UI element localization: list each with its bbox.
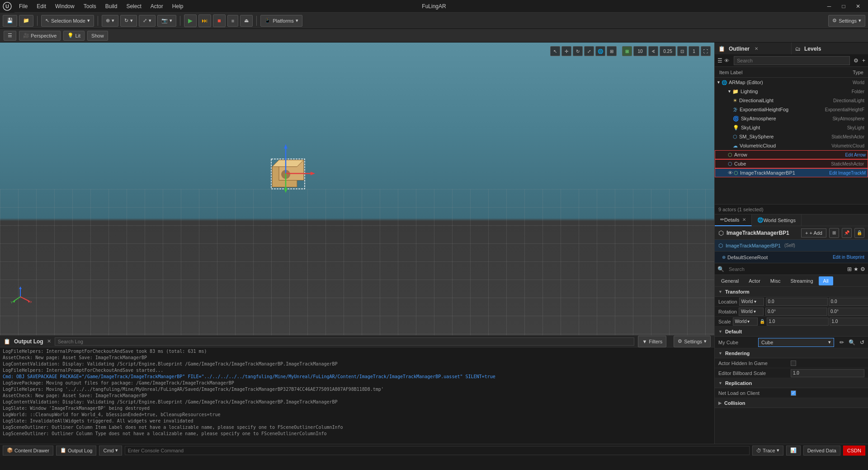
play-options-btn[interactable]: ≡ (227, 15, 238, 27)
scale-space-dropdown[interactable]: World ▾ (733, 318, 758, 326)
default-section[interactable]: ▼ Default (715, 327, 868, 337)
outliner-skylight[interactable]: 💡 SkyLight SkyLight (715, 123, 868, 132)
eject-btn[interactable]: ⏏ (240, 15, 253, 27)
outliner-directional-light[interactable]: ☀ DirectionalLight DirectionalLight (715, 96, 868, 105)
maximize-vp-btn[interactable]: ⛶ (701, 46, 711, 56)
details-options-btn[interactable]: ⊞ (829, 228, 839, 238)
details-tab-close[interactable]: ✕ (742, 217, 746, 222)
trace-btn[interactable]: ⏱ Trace ▾ (752, 446, 783, 456)
world-settings-tab[interactable]: 🌐 World Settings (752, 214, 802, 226)
details-tab[interactable]: ✏ Details ✕ (715, 214, 752, 226)
camera-btn[interactable]: 📷 ▾ (157, 15, 176, 27)
derived-data-btn[interactable]: Derived Data (803, 446, 840, 456)
menu-actor[interactable]: Actor (146, 0, 168, 13)
minimize-button[interactable]: ─ (823, 0, 835, 13)
project-save-btn[interactable]: 💾 (3, 15, 17, 27)
rotate-btn[interactable]: ↻ (573, 46, 583, 56)
rotation-snap-btn[interactable]: ∢ (648, 46, 658, 56)
log-settings-btn[interactable]: ⚙ Settings ▾ (674, 336, 711, 347)
my-cube-clear-icon[interactable]: ↺ (860, 339, 864, 346)
move-btn[interactable]: ✛ (561, 46, 571, 56)
play-button[interactable]: ▶ (184, 14, 197, 27)
stats-btn[interactable]: 📊 (786, 446, 801, 456)
scale-snap-btn[interactable]: ⊡ (677, 46, 687, 56)
menu-file[interactable]: File (14, 0, 32, 13)
platforms-btn[interactable]: 📱 Platforms ▾ (260, 15, 302, 27)
menu-window[interactable]: Window (51, 0, 79, 13)
viewport[interactable]: ↖ ✛ ↻ ⤢ 🌐 ⊞ ⊞ 10 ∢ 0.25 ⊡ 1 ⛶ (0, 43, 714, 335)
transform-rotate-btn[interactable]: ↻ ▾ (120, 15, 137, 27)
content-browser-btn[interactable]: 📁 (19, 15, 33, 27)
scale-val-btn[interactable]: 1 (689, 46, 699, 56)
scale-lock-icon[interactable]: 🔒 (760, 319, 765, 324)
arrow-edit[interactable]: Edit Arrow (845, 152, 866, 157)
outliner-world-item[interactable]: ▼ 🌐 ARMap (Editor) World (715, 78, 868, 87)
outliner-search-input[interactable] (734, 56, 850, 65)
outliner-imagetrack[interactable]: 👁 ⬡ ImageTrackManagerBP1 Edit ImageTrack… (715, 168, 868, 177)
cmd-dropdown-btn[interactable]: Cmd ▾ (99, 446, 122, 456)
outliner-fog[interactable]: 🌫 ExponentialHeightFog ExponentialHeight… (715, 105, 868, 114)
filter-all[interactable]: All (819, 276, 833, 285)
add-component-btn[interactable]: + + Add (801, 228, 826, 237)
ue-logo[interactable]: U (0, 0, 14, 13)
content-drawer-btn[interactable]: 📦 Content Drawer (3, 446, 53, 456)
rendering-section[interactable]: ▼ Rendering (715, 348, 868, 358)
details-pin-btn[interactable]: 📌 (842, 228, 852, 238)
replication-section[interactable]: ▼ Replication (715, 378, 868, 388)
outliner-volumetric[interactable]: ☁ VolumetricCloud VolumetricCloud (715, 141, 868, 150)
log-search-input[interactable] (55, 337, 635, 346)
outliner-settings-icon[interactable]: ⚙ (854, 57, 859, 64)
settings-btn[interactable]: ⚙ Settings ▾ (828, 15, 865, 27)
location-space-dropdown[interactable]: World ▾ (739, 298, 764, 306)
collision-section[interactable]: ▶ Collision (715, 398, 868, 408)
my-cube-dropdown[interactable]: Cube ▾ (758, 338, 834, 347)
output-log-tab-btn[interactable]: 📋 Output Log (56, 446, 96, 456)
hamburger-menu-btn[interactable]: ☰ (4, 31, 16, 41)
rotation-space-dropdown[interactable]: World ▾ (739, 308, 764, 316)
location-y-input[interactable] (829, 298, 868, 306)
my-cube-edit-icon[interactable]: ✏ (840, 339, 844, 346)
billboard-input[interactable] (791, 369, 864, 377)
outliner-cube[interactable]: ⬡ Cube StaticMeshActor (715, 159, 868, 168)
transform-section[interactable]: ▼ Transform (715, 287, 868, 297)
rotation-x-input[interactable] (765, 308, 827, 316)
actor-hidden-checkbox[interactable] (791, 361, 796, 366)
rotation-val-btn[interactable]: 0.25 (660, 46, 676, 56)
world-btn[interactable]: 🌐 (595, 46, 605, 56)
outliner-add-icon[interactable]: + (862, 57, 865, 64)
perspective-btn[interactable]: 🎥 Perspective (19, 31, 61, 41)
eye-icon[interactable]: 👁 (724, 58, 729, 63)
details-search-input[interactable] (726, 265, 845, 274)
csdn-btn[interactable]: CSDN (843, 446, 865, 456)
outliner-skysphere[interactable]: ⬡ SM_SkySphere StaticMeshActor (715, 132, 868, 141)
my-cube-browse-icon[interactable]: 🔍 (849, 339, 855, 346)
levels-tab[interactable]: 🗂 Levels (792, 43, 868, 55)
location-x-input[interactable] (766, 298, 828, 306)
close-button[interactable]: ✕ (852, 0, 864, 13)
details-lock-btn[interactable]: 🔒 (854, 228, 864, 238)
details-view-icon[interactable]: ⊞ (847, 266, 852, 272)
scale-y-input[interactable] (830, 318, 868, 326)
filter-icon2[interactable]: ☰ (717, 57, 722, 64)
filter-misc[interactable]: Misc (766, 276, 785, 285)
net-load-checkbox[interactable]: ✓ (791, 390, 796, 396)
menu-select[interactable]: Select (122, 0, 146, 13)
select-mode-btn[interactable]: ↖ (550, 46, 560, 56)
filter-streaming[interactable]: Streaming (786, 276, 817, 285)
transform-translate-btn[interactable]: ⊕ ▾ (102, 15, 118, 27)
transform-scale-btn[interactable]: ⤢ ▾ (139, 15, 156, 27)
menu-build[interactable]: Build (101, 0, 122, 13)
filter-general[interactable]: General (717, 276, 743, 285)
menu-tools[interactable]: Tools (79, 0, 101, 13)
selection-mode-btn[interactable]: ↖ Selection Mode ▾ (41, 15, 94, 27)
rotation-y-input[interactable] (828, 308, 868, 316)
grid-size-btn[interactable]: 10 (633, 46, 647, 56)
outliner-tab[interactable]: 📋 Outliner ✕ (715, 43, 792, 55)
pause-button[interactable]: ⏭ (198, 14, 211, 27)
grid-snap-btn[interactable]: ⊞ (622, 46, 632, 56)
filter-actor[interactable]: Actor (744, 276, 765, 285)
eye-visibility-icon[interactable]: 👁 (728, 170, 733, 176)
surface-snapping-btn[interactable]: ⊞ (607, 46, 617, 56)
edit-blueprint-btn[interactable]: Edit in Blueprint (833, 255, 864, 260)
lit-btn[interactable]: 💡 Lit (63, 31, 85, 41)
